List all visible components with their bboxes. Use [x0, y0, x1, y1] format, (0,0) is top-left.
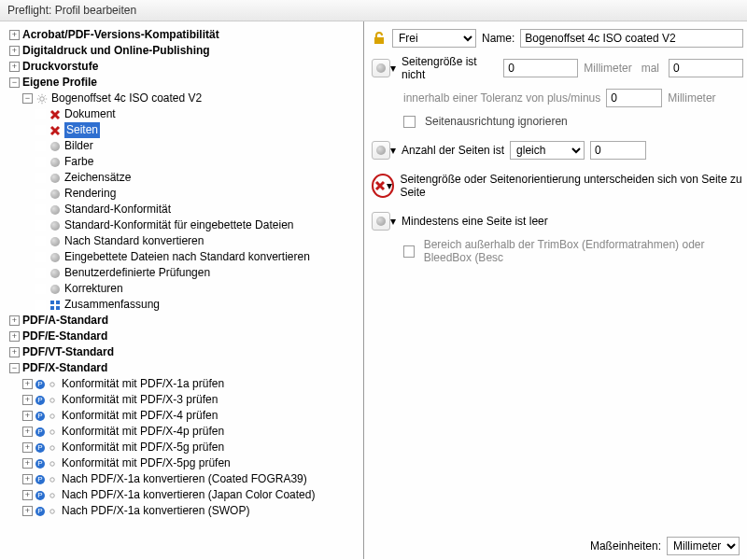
p-badge-icon: P [35, 475, 45, 484]
tree-item-selected[interactable]: Seiten [64, 122, 100, 138]
pagesize-differ-label: Seitengröße oder Seitenorientierung unte… [400, 173, 743, 199]
width-input[interactable] [503, 59, 578, 77]
tree-item[interactable]: Konformität mit PDF/X-1a prüfen [62, 376, 224, 392]
dot-icon [49, 156, 62, 169]
tree-item[interactable]: PDF/X-Standard [22, 360, 107, 376]
gear-icon [46, 505, 59, 518]
summary-icon [49, 299, 62, 312]
tolerance-input[interactable] [606, 89, 662, 107]
dot-icon [49, 251, 62, 264]
tree-item[interactable]: Konformität mit PDF/X-4p prüfen [62, 424, 224, 440]
trimbox-checkbox[interactable] [403, 245, 415, 258]
severity-button[interactable]: ▾ [374, 179, 392, 192]
tree-item[interactable]: Benutzerdefinierte Prüfungen [64, 265, 210, 281]
profile-tree[interactable]: +Acrobat/PDF-Versions-Kompatibilität +Di… [9, 27, 359, 519]
units-label: Maßeinheiten: [590, 539, 661, 553]
gear-icon [35, 92, 49, 105]
severity-button[interactable]: ▾ [372, 141, 396, 160]
p-badge-icon: P [35, 443, 45, 453]
expand-icon[interactable]: + [22, 490, 33, 500]
gear-icon [46, 378, 59, 391]
collapse-icon[interactable]: − [9, 77, 20, 88]
lock-state-select[interactable]: Frei [392, 29, 476, 48]
tree-item[interactable]: Zeichensätze [64, 170, 131, 186]
expand-icon[interactable]: + [9, 347, 20, 357]
units-select[interactable]: Millimeter [667, 537, 740, 555]
p-badge-icon: P [35, 412, 45, 421]
pagecount-input[interactable] [590, 141, 646, 160]
dot-icon [49, 235, 62, 248]
tree-item[interactable]: Standard-Konformität für eingebettete Da… [64, 217, 293, 233]
svg-point-9 [50, 445, 55, 450]
expand-icon[interactable]: + [22, 506, 33, 516]
dot-icon [49, 267, 62, 280]
svg-rect-2 [56, 301, 60, 304]
expand-icon[interactable]: + [22, 411, 33, 421]
expand-icon[interactable]: + [22, 458, 33, 469]
main-split: +Acrobat/PDF-Versions-Kompatibilität +Di… [0, 21, 747, 559]
error-x-icon [49, 108, 62, 121]
tree-item[interactable]: Eigene Profile [22, 75, 97, 91]
ignore-orientation-checkbox[interactable] [403, 116, 416, 128]
tree-item[interactable]: Zusammenfassung [64, 297, 160, 313]
gear-icon [46, 489, 59, 502]
collapse-icon[interactable]: − [22, 93, 33, 104]
tree-item[interactable]: Korrekturen [64, 281, 123, 297]
severity-button[interactable]: ▾ [372, 59, 396, 77]
tree-item[interactable]: Dokument [64, 106, 116, 122]
expand-icon[interactable]: + [9, 315, 20, 326]
error-x-icon [374, 179, 387, 192]
expand-icon[interactable]: + [9, 30, 20, 40]
tree-item[interactable]: Konformität mit PDF/X-5g prüfen [62, 440, 224, 455]
dot-icon [49, 203, 62, 217]
gear-icon [46, 410, 59, 423]
tree-item[interactable]: Farbe [64, 154, 93, 170]
tree-item[interactable]: Digitaldruck und Online-Publishing [22, 43, 210, 59]
tree-item[interactable]: Standard-Konformität [64, 202, 171, 217]
svg-point-6 [50, 398, 55, 402]
collapse-icon[interactable]: − [9, 363, 20, 373]
tree-item[interactable]: Konformität mit PDF/X-5pg prüfen [62, 455, 231, 471]
tree-item[interactable]: Nach Standard konvertieren [64, 233, 204, 249]
tree-item[interactable]: PDF/E-Standard [22, 329, 107, 344]
pagecount-compare-select[interactable]: gleich [510, 141, 585, 160]
dot-icon [49, 188, 62, 201]
height-input[interactable] [669, 59, 743, 77]
tree-item[interactable]: Nach PDF/X-1a konvertieren (Japan Color … [62, 487, 315, 503]
tolerance-label: innerhalb einer Toleranz von plus/minus [403, 91, 600, 105]
lock-open-icon [372, 31, 387, 46]
tree-item[interactable]: Bogenoffset 4c ISO coated V2 [51, 91, 202, 106]
empty-page-label: Mindestens eine Seite ist leer [402, 215, 548, 228]
svg-rect-3 [50, 306, 54, 310]
tree-item[interactable]: PDF/A-Standard [22, 313, 108, 329]
tree-item[interactable]: Nach PDF/X-1a konvertieren (Coated FOGRA… [62, 471, 307, 487]
tolerance-unit: Millimeter [668, 91, 715, 105]
expand-icon[interactable]: + [22, 442, 33, 453]
pagesize-label: Seitengröße ist nicht [402, 55, 498, 81]
expand-icon[interactable]: + [9, 331, 20, 342]
p-badge-icon: P [35, 396, 45, 405]
tree-item[interactable]: Acrobat/PDF-Versions-Kompatibilität [22, 27, 219, 43]
unit-label: Millimeter [584, 62, 631, 75]
tree-item[interactable]: Konformität mit PDF/X-4 prüfen [62, 408, 218, 424]
expand-icon[interactable]: + [9, 46, 20, 56]
expand-icon[interactable]: + [22, 395, 33, 405]
tree-item[interactable]: PDF/VT-Standard [22, 344, 114, 360]
profile-name-input[interactable] [520, 29, 743, 48]
svg-point-12 [50, 493, 55, 497]
tree-item[interactable]: Druckvorstufe [22, 59, 98, 75]
p-badge-icon: P [35, 491, 45, 500]
tree-item[interactable]: Rendering [64, 186, 116, 202]
svg-rect-4 [56, 306, 60, 310]
tree-item[interactable]: Bilder [64, 138, 93, 154]
severity-button[interactable]: ▾ [372, 212, 396, 231]
expand-icon[interactable]: + [22, 474, 33, 484]
expand-icon[interactable]: + [22, 379, 33, 389]
name-label: Name: [482, 32, 514, 45]
tree-item[interactable]: Eingebettete Dateien nach Standard konve… [64, 249, 310, 265]
tree-item[interactable]: Konformität mit PDF/X-3 prüfen [62, 392, 218, 408]
detail-panel: Frei Name: ▾ Seitengröße ist nicht Milli… [364, 21, 747, 559]
tree-item[interactable]: Nach PDF/X-1a konvertieren (SWOP) [62, 503, 249, 519]
expand-icon[interactable]: + [22, 427, 33, 437]
expand-icon[interactable]: + [9, 62, 20, 72]
